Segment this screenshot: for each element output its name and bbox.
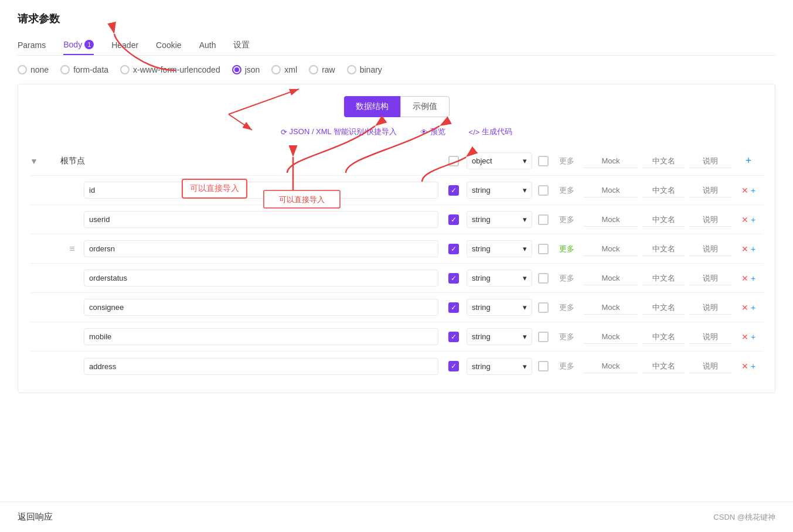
root-add-icon[interactable]: + (746, 155, 752, 167)
mobile-type-select[interactable]: string ▾ (467, 328, 532, 345)
orderstatus-chinese-input[interactable] (642, 271, 685, 285)
consignee-desc-input[interactable] (689, 301, 731, 315)
id-more-text[interactable]: 更多 (559, 186, 574, 195)
consignee-chinese-input[interactable] (642, 301, 685, 315)
radio-binary[interactable]: binary (347, 65, 382, 74)
address-add-icon[interactable]: + (751, 362, 755, 371)
btn-data-structure[interactable]: 数据结构 (344, 96, 400, 117)
orderstatus-add-icon[interactable]: + (751, 274, 755, 283)
id-chinese-input[interactable] (642, 183, 685, 197)
expand-icon[interactable]: ▼ (30, 156, 42, 166)
userid-type-select[interactable]: string ▾ (467, 211, 532, 228)
address-mock-input[interactable] (584, 359, 638, 373)
mobile-checkbox2[interactable] (538, 332, 549, 342)
consignee-more-text[interactable]: 更多 (559, 303, 574, 312)
mobile-desc-input[interactable] (689, 330, 731, 344)
ordersn-desc-input[interactable] (689, 242, 731, 256)
generate-code-link[interactable]: </> 生成代码 (469, 127, 513, 137)
id-name-input[interactable] (84, 182, 438, 199)
tab-params[interactable]: Params (18, 35, 46, 55)
tab-settings[interactable]: 设置 (233, 35, 250, 55)
tabs-bar: Params Body 1 Header Cookie Auth 设置 (18, 35, 775, 56)
address-chinese-input[interactable] (642, 359, 685, 373)
consignee-mock-input[interactable] (584, 301, 638, 315)
orderstatus-type-select[interactable]: string ▾ (467, 270, 532, 287)
orderstatus-more-text[interactable]: 更多 (559, 274, 574, 282)
id-checkbox[interactable] (448, 185, 459, 196)
orderstatus-mock-input[interactable] (584, 271, 638, 285)
json-xml-import-link[interactable]: ⟳ JSON / XML 智能识别/快捷导入 (281, 127, 397, 137)
id-add-icon[interactable]: + (751, 186, 755, 195)
consignee-checkbox2[interactable] (538, 302, 549, 313)
preview-link[interactable]: 👁 预览 (420, 127, 445, 137)
radio-xml[interactable]: xml (271, 65, 297, 74)
ordersn-delete-icon[interactable]: ✕ (741, 244, 748, 254)
ordersn-checkbox[interactable] (448, 244, 459, 254)
orderstatus-delete-icon[interactable]: ✕ (741, 274, 748, 283)
ordersn-name-input[interactable] (84, 240, 438, 257)
tab-auth[interactable]: Auth (199, 35, 216, 55)
root-type-select[interactable]: object ▾ (467, 152, 532, 169)
orderstatus-checkbox[interactable] (448, 273, 459, 284)
address-desc-input[interactable] (689, 359, 731, 373)
id-type-select[interactable]: string ▾ (467, 182, 532, 199)
root-mock-input[interactable] (584, 154, 638, 168)
address-name-input[interactable] (84, 358, 438, 375)
userid-add-icon[interactable]: + (751, 215, 755, 224)
mobile-mock-input[interactable] (584, 330, 638, 344)
id-delete-icon[interactable]: ✕ (741, 186, 748, 195)
mobile-name-input[interactable] (84, 328, 438, 345)
radio-x-www[interactable]: x-www-form-urlencoded (120, 65, 220, 74)
address-checkbox2[interactable] (538, 361, 549, 371)
root-checkbox2[interactable] (538, 156, 549, 166)
radio-form-data[interactable]: form-data (60, 65, 108, 74)
radio-none[interactable]: none (18, 65, 49, 74)
orderstatus-desc-input[interactable] (689, 271, 731, 285)
address-type-select[interactable]: string ▾ (467, 358, 532, 375)
radio-json[interactable]: json (232, 65, 260, 74)
tab-cookie[interactable]: Cookie (156, 35, 182, 55)
btn-example-value[interactable]: 示例值 (400, 96, 450, 117)
address-more-text[interactable]: 更多 (559, 362, 574, 370)
orderstatus-name-input[interactable] (84, 270, 438, 287)
drag-handle[interactable]: ≡ (65, 244, 79, 254)
userid-checkbox2[interactable] (538, 214, 549, 225)
ordersn-chinese-input[interactable] (642, 242, 685, 256)
consignee-checkbox[interactable] (448, 302, 459, 313)
id-checkbox2[interactable] (538, 185, 549, 196)
mobile-add-icon[interactable]: + (751, 332, 755, 342)
userid-delete-icon[interactable]: ✕ (741, 215, 748, 224)
ordersn-checkbox2[interactable] (538, 244, 549, 254)
root-checkbox[interactable] (448, 156, 459, 166)
consignee-delete-icon[interactable]: ✕ (741, 303, 748, 312)
mobile-chinese-input[interactable] (642, 330, 685, 344)
userid-chinese-input[interactable] (642, 213, 685, 227)
consignee-type-select[interactable]: string ▾ (467, 299, 532, 316)
orderstatus-checkbox2[interactable] (538, 273, 549, 284)
radio-raw[interactable]: raw (309, 65, 335, 74)
root-more-text[interactable]: 更多 (559, 156, 574, 165)
ordersn-add-icon[interactable]: + (751, 244, 755, 254)
import-tooltip: 可以直接导入 (182, 179, 247, 199)
tab-body[interactable]: Body 1 (63, 35, 94, 55)
userid-more-text[interactable]: 更多 (559, 215, 574, 224)
userid-mock-input[interactable] (584, 213, 638, 227)
userid-checkbox[interactable] (448, 214, 459, 225)
tab-header[interactable]: Header (111, 35, 138, 55)
mobile-more-text[interactable]: 更多 (559, 332, 574, 341)
id-desc-input[interactable] (689, 183, 731, 197)
root-chinese-input[interactable] (642, 154, 685, 168)
consignee-name-input[interactable] (84, 299, 438, 316)
mobile-delete-icon[interactable]: ✕ (741, 332, 748, 342)
ordersn-more-text[interactable]: 更多 (559, 244, 574, 253)
root-desc-input[interactable] (689, 154, 731, 168)
ordersn-type-select[interactable]: string ▾ (467, 240, 532, 257)
consignee-add-icon[interactable]: + (751, 303, 755, 312)
mobile-checkbox[interactable] (448, 332, 459, 342)
address-checkbox[interactable] (448, 361, 459, 371)
ordersn-mock-input[interactable] (584, 242, 638, 256)
id-mock-input[interactable] (584, 183, 638, 197)
userid-desc-input[interactable] (689, 213, 731, 227)
userid-name-input[interactable] (84, 211, 438, 228)
address-delete-icon[interactable]: ✕ (741, 362, 748, 371)
